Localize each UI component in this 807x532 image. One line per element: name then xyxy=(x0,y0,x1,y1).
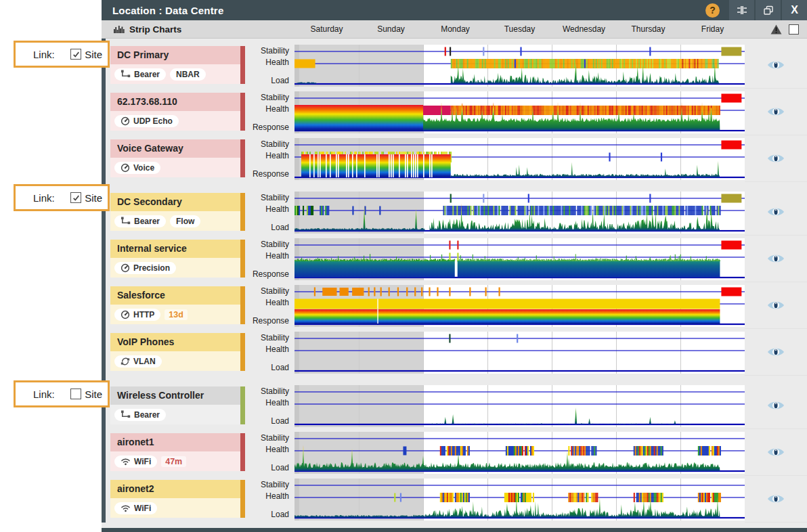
strip-charts-header: Strip Charts SaturdaySundayMondayTuesday… xyxy=(102,20,807,39)
row-gutter xyxy=(745,476,807,523)
row-gutter xyxy=(745,382,807,429)
view-details-eye-icon[interactable] xyxy=(767,59,785,71)
monitor-name: Salesforce xyxy=(110,286,245,305)
monitor-card-dc-primary[interactable]: DC PrimaryBearerNBAR xyxy=(110,46,245,84)
help-icon[interactable]: ? xyxy=(705,3,720,18)
strip-chart-voice-gateway[interactable] xyxy=(295,138,745,180)
monitor-card-dc-secondary[interactable]: DC SecondaryBearerFlow xyxy=(110,193,245,231)
row-gutter xyxy=(745,42,807,89)
monitor-row-aironet2: aironet2WiFiStabilityHealthLoad xyxy=(102,476,807,523)
link-callout-3: Link:Site xyxy=(14,380,110,407)
strip-chart-udp-echo-62-173-68-110[interactable] xyxy=(295,91,745,133)
strip-chart-internal-service[interactable] xyxy=(295,238,745,280)
metric-labels: StabilityHealthLoad xyxy=(245,385,295,427)
monitor-tags: Voice xyxy=(110,158,245,177)
popout-window-icon[interactable] xyxy=(756,0,781,20)
status-accent-bar xyxy=(240,240,245,278)
collapse-icon[interactable] xyxy=(729,0,754,20)
monitor-name: Internal service xyxy=(110,240,245,258)
row-gutter xyxy=(745,429,807,476)
tag-label: Voice xyxy=(133,163,154,173)
duration-badge: 47m xyxy=(161,456,186,467)
strip-charts-window: Location : Data Centre ? X xyxy=(102,0,807,532)
view-details-eye-icon[interactable] xyxy=(767,106,785,118)
warning-icon xyxy=(770,24,782,35)
alerts-only-checkbox[interactable] xyxy=(789,24,799,35)
window-bottom-frame xyxy=(102,528,807,532)
link-label: Link: xyxy=(33,389,55,400)
view-details-eye-icon[interactable] xyxy=(767,206,785,218)
metric-label-health: Health xyxy=(265,251,289,261)
metric-labels: StabilityHealthResponse xyxy=(245,138,295,180)
view-details-eye-icon[interactable] xyxy=(767,152,785,164)
duration-badge: 13d xyxy=(165,309,188,320)
strip-chart-salesforce[interactable] xyxy=(295,285,745,327)
metric-label-health: Health xyxy=(265,204,289,214)
strip-chart-voip-phones[interactable] xyxy=(295,332,745,374)
tag-label: WiFi xyxy=(134,504,151,513)
strip-chart-dc-secondary[interactable] xyxy=(295,192,745,234)
monitor-card-voice-gateway[interactable]: Voice GatewayVoice xyxy=(110,139,245,177)
row-gutter xyxy=(745,89,807,135)
site-label: Site xyxy=(85,192,102,204)
tag-label: NBAR xyxy=(176,70,200,79)
view-details-eye-icon[interactable] xyxy=(767,399,785,412)
monitor-card-salesforce[interactable]: SalesforceHTTP13d xyxy=(110,286,245,324)
view-details-eye-icon[interactable] xyxy=(767,252,785,265)
strip-chart-aironet2[interactable] xyxy=(295,479,745,520)
view-details-eye-icon[interactable] xyxy=(767,493,785,505)
monitor-card-aironet2[interactable]: aironet2WiFi xyxy=(110,480,245,518)
monitor-card-aironet1[interactable]: aironet1WiFi47m xyxy=(110,433,245,471)
monitor-card-internal-service[interactable]: Internal servicePrecision xyxy=(110,240,245,278)
metric-label-response: Response xyxy=(253,316,289,326)
site-checkbox[interactable] xyxy=(70,389,81,399)
gauge-icon xyxy=(121,163,130,173)
monitor-tags: UDP Echo xyxy=(110,111,245,131)
metric-label-load: Load xyxy=(271,463,289,472)
metric-label-response: Response xyxy=(253,169,289,179)
view-details-eye-icon[interactable] xyxy=(767,346,785,358)
tag-udp-echo: UDP Echo xyxy=(114,115,179,127)
monitor-card-voip-phones[interactable]: VoIP PhonesVLAN xyxy=(110,333,245,371)
metric-labels: StabilityHealthLoad xyxy=(245,192,295,234)
metric-label-response: Response xyxy=(253,123,289,132)
tag-label: Bearer xyxy=(134,410,160,420)
tag-nbar: NBAR xyxy=(170,68,206,81)
strip-chart-aironet1[interactable] xyxy=(295,432,745,474)
tag-http: HTTP xyxy=(114,309,160,321)
monitor-tags: BearerNBAR xyxy=(110,64,245,84)
monitor-tags: BearerFlow xyxy=(110,211,245,231)
monitor-row-udp-echo-62-173-68-110: 62.173.68.110UDP EchoStabilityHealthResp… xyxy=(102,89,807,135)
monitor-tags: VLAN xyxy=(110,351,245,371)
site-checkbox[interactable] xyxy=(70,49,81,60)
site-checkbox[interactable] xyxy=(70,192,81,203)
close-icon[interactable]: X xyxy=(782,0,807,20)
status-accent-bar xyxy=(240,193,245,231)
row-gutter xyxy=(745,282,807,329)
day-label-thursday: Thursday xyxy=(616,20,680,39)
tag-voice: Voice xyxy=(114,162,160,174)
metric-label-health: Health xyxy=(265,151,289,160)
tag-flow: Flow xyxy=(170,215,200,227)
metric-label-stability: Stability xyxy=(261,139,289,149)
monitor-name: DC Secondary xyxy=(110,193,245,211)
vlan-icon xyxy=(121,357,130,366)
monitor-row-voip-phones: VoIP PhonesVLANStabilityHealthLoad xyxy=(102,329,807,376)
monitor-card-udp-echo-62-173-68-110[interactable]: 62.173.68.110UDP Echo xyxy=(110,93,245,131)
view-details-eye-icon[interactable] xyxy=(767,299,785,311)
page: Link:SiteLink:SiteLink:Site Location : D… xyxy=(0,0,807,532)
tag-label: WiFi xyxy=(134,457,151,466)
metric-label-load: Load xyxy=(271,76,289,85)
strip-chart-dc-primary[interactable] xyxy=(295,45,745,87)
monitor-name: aironet2 xyxy=(110,480,245,498)
metric-labels: StabilityHealthResponse xyxy=(245,285,295,327)
strip-chart-wireless-controller[interactable] xyxy=(295,385,745,427)
row-gutter xyxy=(745,189,807,236)
day-label-saturday: Saturday xyxy=(295,20,359,39)
metric-labels: StabilityHealthLoad xyxy=(245,479,295,520)
status-accent-bar xyxy=(240,480,245,518)
wifi-icon xyxy=(121,457,131,466)
view-details-eye-icon[interactable] xyxy=(767,446,785,458)
metric-label-load: Load xyxy=(271,223,289,232)
monitor-card-wireless-controller[interactable]: Wireless ControllerBearer xyxy=(110,386,245,424)
